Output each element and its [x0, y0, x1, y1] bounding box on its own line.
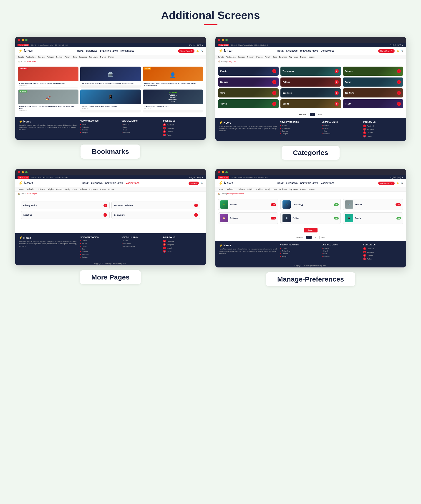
footer-link-business-1[interactable]: ● Business: [122, 132, 160, 134]
pref-toggle-technology[interactable]: ON: [334, 203, 339, 206]
footer-link-science-3[interactable]: ● Science: [80, 251, 119, 253]
cat-travels-4[interactable]: Travels: [300, 188, 306, 190]
nav-more-3[interactable]: MORE PAGES: [126, 182, 139, 184]
pref-toggle-religion[interactable]: OFF: [271, 217, 276, 220]
cat-travels-1[interactable]: Travels: [100, 56, 106, 58]
cat-item-business[interactable]: Business +: [281, 88, 341, 97]
footer-link-tech-4[interactable]: ● Technology: [280, 250, 319, 252]
cat-tech-3[interactable]: Technolo...: [26, 188, 36, 190]
cat-cars-1[interactable]: Cars: [73, 56, 77, 58]
next-btn-4[interactable]: Next: [319, 236, 327, 239]
news-card-3[interactable]: Politics 👤 Modi@8: Scale and Sustainabil…: [143, 66, 203, 88]
nav-bell-4[interactable]: 🔔: [397, 182, 399, 184]
pref-politics[interactable]: 🏛️ Politics ON: [281, 212, 341, 224]
news-card-1[interactable]: Top News 4 more Omicron cases detected i…: [18, 66, 79, 88]
footer-link-science-2[interactable]: ● Science: [280, 130, 319, 132]
footer-ig-3[interactable]: 📸 Instagram: [163, 243, 202, 246]
footer-link-business-4[interactable]: ● Business: [322, 255, 360, 258]
cat-science-3[interactable]: Science: [38, 188, 45, 190]
footer-link-cars-4[interactable]: ● Cars: [322, 253, 360, 255]
page-1-btn-4[interactable]: 1: [306, 236, 311, 239]
footer-link-family-2[interactable]: ● Family: [322, 127, 360, 129]
cat-science-4[interactable]: Science: [238, 188, 245, 190]
nav-breaking-2[interactable]: BREAKING NEWS: [300, 50, 318, 52]
footer-tw-3[interactable]: 🐦 Twitter: [163, 250, 202, 253]
cat-item-topnews[interactable]: Top News +: [343, 88, 403, 97]
cat-envato-3[interactable]: Envato: [18, 188, 24, 190]
pref-religion[interactable]: 🕌 Religion OFF: [218, 212, 278, 224]
cat-business-2[interactable]: Business: [279, 56, 287, 58]
cat-religion-1[interactable]: Religion: [47, 56, 54, 58]
more-page-privacy[interactable]: Privacy Policy ›: [21, 202, 110, 209]
cat-family-2[interactable]: Family: [265, 56, 270, 58]
page-1-btn-2[interactable]: 1: [310, 113, 315, 116]
cat-religion-2[interactable]: Religion: [247, 56, 254, 58]
pref-science[interactable]: 🔬 Science OFF: [343, 199, 403, 210]
footer-link-science-1[interactable]: ● Science: [80, 129, 119, 131]
cat-item-technology[interactable]: Technology +: [281, 66, 341, 76]
footer-link-cars-2[interactable]: ● Cars: [322, 130, 360, 132]
cat-travels-3[interactable]: Travels: [100, 188, 106, 190]
footer-link-religion-1[interactable]: ● Religion: [80, 132, 119, 134]
footer-link-family-1[interactable]: ● Family: [122, 126, 160, 128]
cat-item-family[interactable]: Family +: [343, 78, 403, 87]
cat-tech-2[interactable]: Technolo...: [226, 56, 236, 58]
save-preferences-btn[interactable]: Save: [304, 228, 317, 233]
footer-link-envato-1[interactable]: ● Envato: [80, 123, 119, 126]
news-card-2[interactable]: 🏛️ NIA arrests one more Afghan national …: [80, 66, 141, 88]
footer-link-politics-3[interactable]: ● Politics: [80, 242, 119, 245]
more-page-contact[interactable]: Contact Us ›: [111, 211, 200, 219]
pref-toggle-politics[interactable]: ON: [334, 217, 339, 220]
nav-search-4[interactable]: 🔍: [401, 182, 403, 184]
cat-item-health[interactable]: Health +: [343, 99, 403, 108]
cat-tech-4[interactable]: Technolo...: [226, 188, 236, 190]
nav-breaking-4[interactable]: BREAKING NEWS: [300, 182, 318, 184]
prev-btn-4[interactable]: Previous: [294, 236, 305, 239]
cat-item-religion[interactable]: Religion +: [218, 78, 279, 87]
cat-religion-4[interactable]: Religion: [247, 188, 254, 190]
cat-envato-4[interactable]: Envato: [218, 188, 224, 190]
cat-religion-3[interactable]: Religion: [47, 188, 54, 190]
cat-family-3[interactable]: Family: [65, 188, 70, 190]
pref-toggle-science[interactable]: OFF: [396, 203, 401, 206]
footer-link-cars-3[interactable]: ● Cars: [80, 248, 119, 250]
cat-politics-1[interactable]: Politics: [56, 56, 62, 58]
footer-link-breaking-3[interactable]: ● Breaking News: [122, 245, 160, 247]
cat-more-2[interactable]: More ≡: [308, 56, 315, 58]
pref-family[interactable]: 👨‍👩‍👧 Family ON: [343, 212, 403, 224]
footer-link-live-3[interactable]: ● Live News: [122, 242, 160, 245]
nav-search-2[interactable]: 🔍: [401, 50, 403, 52]
more-page-about[interactable]: About Us ›: [21, 211, 110, 219]
nav-search-1[interactable]: 🔍: [201, 50, 203, 52]
footer-link-home-3[interactable]: ● Home: [122, 240, 160, 242]
footer-li-2[interactable]: in LinkedIn: [363, 131, 402, 134]
news-card-4[interactable]: Science 🚀 NASA Will Pay You Rs 7.5 Lakh …: [18, 90, 79, 113]
footer-li-4[interactable]: in LinkedIn: [363, 254, 402, 257]
prev-btn-2[interactable]: Previous: [297, 113, 308, 116]
cat-cars-4[interactable]: Cars: [273, 188, 277, 190]
nav-live-3[interactable]: LIVE NEWS: [91, 182, 103, 184]
nav-more-2[interactable]: MORE PAGES: [321, 50, 334, 52]
next-btn-2[interactable]: Next: [316, 113, 324, 116]
footer-ig-1[interactable]: 📸 Instagram: [163, 127, 202, 130]
cat-tech-1[interactable]: Technolo...: [26, 56, 36, 58]
pref-technology[interactable]: 💻 Technology ON: [281, 199, 341, 210]
cat-science-2[interactable]: Science: [238, 56, 245, 58]
footer-link-envato-2[interactable]: ● Envato: [280, 125, 319, 126]
footer-tw-4[interactable]: 🐦 Twitter: [363, 258, 402, 260]
cat-topnews-3[interactable]: Top News: [89, 188, 97, 190]
more-page-terms[interactable]: Terms & Conditions ›: [111, 202, 200, 209]
cat-family-4[interactable]: Family: [265, 188, 270, 190]
footer-ig-4[interactable]: 📸 Instagram: [363, 251, 402, 253]
nav-live-2[interactable]: LIVE NEWS: [286, 50, 298, 52]
cat-topnews-1[interactable]: Top News: [89, 56, 97, 58]
footer-tw-2[interactable]: 🐦 Twitter: [363, 135, 402, 138]
cat-politics-3[interactable]: Politics: [56, 188, 62, 190]
pref-toggle-envato[interactable]: OFF: [271, 203, 276, 206]
footer-link-religion-4[interactable]: ● Religion: [280, 255, 319, 258]
footer-fb-2[interactable]: f Facebook: [363, 125, 402, 127]
news-card-6[interactable]: ENVATO PUBLIC ★ IMPACT STATEMENT ★2022 E…: [143, 90, 203, 113]
footer-link-cars-1[interactable]: ● Cars: [122, 129, 160, 131]
cat-business-1[interactable]: Business: [79, 56, 87, 58]
footer-link-envato-4[interactable]: ● Envato: [280, 247, 319, 249]
